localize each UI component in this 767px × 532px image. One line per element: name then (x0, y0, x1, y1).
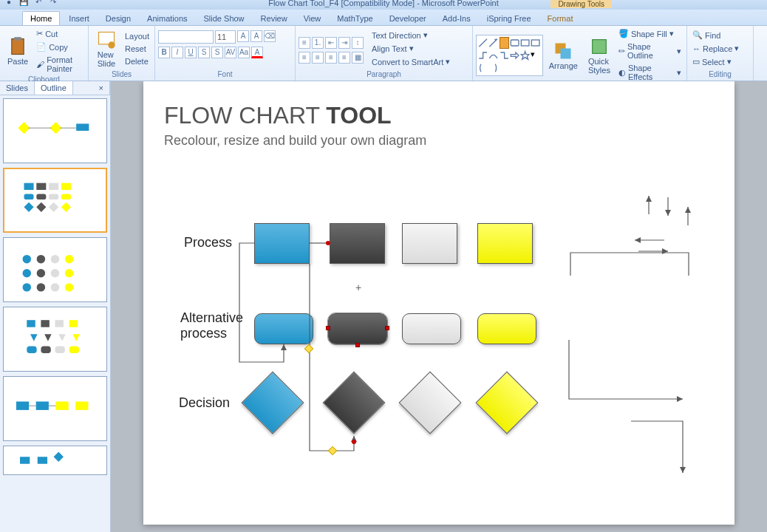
delete-button[interactable]: Delete (123, 55, 151, 67)
strike-icon[interactable]: S (198, 47, 210, 58)
thumb-4[interactable] (3, 307, 107, 372)
handle-left[interactable] (326, 326, 330, 330)
justify-icon[interactable]: ≡ (338, 52, 350, 64)
tab-design[interactable]: Design (98, 12, 138, 25)
office-button[interactable]: ● (3, 0, 15, 5)
shadow-icon[interactable]: S (211, 47, 223, 58)
handle-bottom[interactable] (355, 343, 360, 347)
alt-yellow[interactable] (477, 313, 536, 344)
shape-curve-icon[interactable] (488, 50, 498, 61)
align-left-icon[interactable]: ≡ (299, 52, 310, 64)
label-alternative[interactable]: Alternative process (180, 310, 250, 341)
format-painter-button[interactable]: 🖌Format Painter (34, 54, 85, 75)
qat-undo-icon[interactable]: ↶ (33, 0, 44, 5)
italic-icon[interactable]: I (171, 47, 183, 58)
alt-dark[interactable]: + (328, 313, 387, 344)
change-case-icon[interactable]: Aa (238, 47, 250, 58)
paste-button[interactable]: Paste (3, 35, 33, 67)
qat-save-icon[interactable]: 💾 (18, 0, 30, 5)
bold-icon[interactable]: B (158, 47, 170, 58)
dec-blue[interactable] (242, 372, 304, 434)
clear-format-icon[interactable]: ⌫ (264, 30, 276, 42)
sidetab-outline[interactable]: Outline (35, 81, 73, 95)
convert-smartart-button[interactable]: Convert to SmartArt ▾ (369, 55, 452, 68)
align-center-icon[interactable]: ≡ (312, 52, 324, 64)
process-dark[interactable] (330, 223, 385, 264)
shape-rect3-icon[interactable] (531, 37, 540, 49)
cut-button[interactable]: ✂Cut (34, 27, 85, 40)
numbers-icon[interactable]: 1. (312, 37, 324, 49)
new-slide-button[interactable]: New Slide (92, 28, 121, 69)
tab-ispring[interactable]: iSpring Free (480, 12, 539, 25)
grow-font-icon[interactable]: A (237, 30, 249, 42)
dec-yellow[interactable] (476, 372, 539, 434)
process-blue[interactable] (254, 223, 310, 264)
slide-subtitle[interactable]: Recolour, resize and build your own diag… (164, 133, 426, 149)
shape-outline-button[interactable]: ✏Shape Outline ▾ (616, 41, 684, 61)
inc-indent-icon[interactable]: ⇥ (338, 37, 350, 49)
sidetab-slides[interactable]: Slides (0, 81, 35, 95)
line-spacing-icon[interactable]: ↕ (352, 37, 364, 49)
thumb-6[interactable] (3, 446, 107, 475)
align-text-button[interactable]: Align Text ▾ (369, 42, 452, 55)
slide-area[interactable]: FLOW CHART TOOL Recolour, resize and bui… (111, 81, 767, 532)
slide-canvas[interactable]: FLOW CHART TOOL Recolour, resize and bui… (143, 81, 734, 525)
shrink-font-icon[interactable]: A (250, 30, 262, 42)
tab-addins[interactable]: Add-Ins (435, 12, 478, 25)
slide-title[interactable]: FLOW CHART TOOL (164, 102, 392, 129)
shape-effects-button[interactable]: ◐Shape Effects ▾ (616, 62, 684, 83)
tab-slideshow[interactable]: Slide Show (197, 12, 252, 25)
shape-roundrect-icon[interactable] (510, 37, 519, 49)
thumb-5[interactable] (3, 376, 107, 441)
shape-arrow-icon[interactable] (488, 37, 498, 49)
shape-arrowblock-icon[interactable] (510, 50, 519, 61)
select-button[interactable]: ▭Select ▾ (690, 55, 741, 68)
dec-indent-icon[interactable]: ⇤ (325, 37, 337, 49)
label-decision[interactable]: Decision (179, 395, 230, 411)
bullets-icon[interactable]: ≡ (299, 37, 310, 49)
find-button[interactable]: 🔍Find (690, 29, 741, 41)
font-size-input[interactable] (215, 30, 236, 44)
tab-insert[interactable]: Insert (61, 12, 97, 25)
layout-button[interactable]: Layout (123, 30, 151, 42)
shape-brace-icon[interactable] (478, 62, 488, 74)
tab-mathtype[interactable]: MathType (330, 12, 380, 25)
tab-review[interactable]: Review (253, 12, 295, 25)
shape-more-icon[interactable]: ▾ (531, 50, 540, 61)
handle-right[interactable] (385, 326, 389, 330)
shape-rect2-icon[interactable] (520, 37, 530, 49)
alt-blue[interactable] (254, 313, 313, 344)
underline-icon[interactable]: U (185, 47, 197, 58)
dec-dark[interactable] (323, 372, 386, 434)
label-process[interactable]: Process (184, 235, 232, 250)
tab-developer[interactable]: Developer (382, 12, 434, 25)
tab-home[interactable]: Home (22, 11, 60, 25)
tab-format[interactable]: Format (540, 12, 581, 25)
columns-icon[interactable]: ▦ (352, 52, 364, 64)
tab-animations[interactable]: Animations (140, 12, 194, 25)
replace-button[interactable]: ↔Replace ▾ (690, 42, 741, 55)
shape-brace2-icon[interactable] (488, 62, 498, 74)
process-yellow[interactable] (477, 223, 533, 264)
alt-gray[interactable] (402, 313, 461, 344)
copy-button[interactable]: 📄Copy (34, 41, 85, 53)
shape-line-icon[interactable] (478, 37, 488, 49)
shape-star-icon[interactable] (520, 50, 530, 61)
shapes-gallery[interactable]: ▾ (476, 35, 543, 76)
thumb-2[interactable] (3, 168, 107, 233)
shape-connector-icon[interactable] (500, 50, 509, 61)
quick-styles-button[interactable]: Quick Styles (584, 35, 615, 76)
shape-rect-icon[interactable] (500, 37, 509, 49)
font-name-input[interactable] (158, 30, 214, 44)
font-color-icon[interactable]: A (251, 47, 263, 58)
char-spacing-icon[interactable]: AV (225, 47, 236, 58)
text-direction-button[interactable]: Text Direction ▾ (369, 29, 452, 41)
thumb-1[interactable] (3, 98, 107, 163)
dec-gray[interactable] (399, 372, 462, 434)
align-right-icon[interactable]: ≡ (325, 52, 337, 64)
shape-fill-button[interactable]: 🪣Shape Fill ▾ (616, 27, 684, 40)
qat-redo-icon[interactable]: ↷ (47, 0, 59, 5)
tab-view[interactable]: View (296, 12, 329, 25)
process-gray[interactable] (402, 223, 457, 264)
arrange-button[interactable]: Arrange (545, 39, 582, 72)
